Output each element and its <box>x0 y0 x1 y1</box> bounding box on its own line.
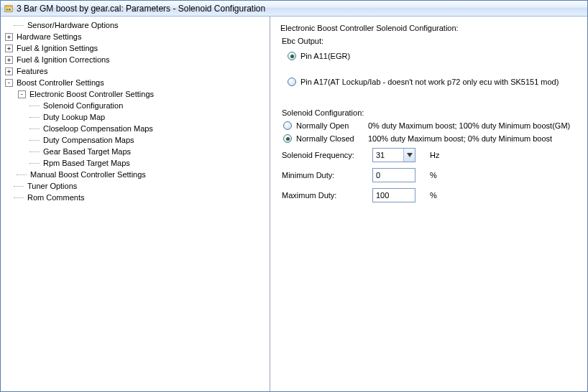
radio-ebc-pin-a17[interactable]: Pin A17(AT Lockup/Iab - doesn't not work… <box>288 75 577 88</box>
settings-tree[interactable]: Sensor/Hardware Options +Hardware Settin… <box>1 19 270 203</box>
tree-item-boost-controller-settings[interactable]: -Boost Controller Settings <box>5 77 270 88</box>
window-title: 3 Bar GM boost by gear.cal: Parameters -… <box>17 4 265 14</box>
radio-label: Pin A17(AT Lockup/Iab - doesn't not work… <box>300 78 559 86</box>
expand-icon[interactable]: + <box>5 67 13 75</box>
maximum-duty-input[interactable] <box>372 188 415 202</box>
svg-rect-1 <box>5 5 13 7</box>
solenoid-frequency-label: Solenoid Frequency: <box>282 151 367 159</box>
tree-item-tuner-options[interactable]: Tuner Options <box>5 180 270 192</box>
detail-pane: Electronic Boost Controller Solenoid Con… <box>270 17 587 391</box>
tree-item-features[interactable]: +Features <box>5 65 270 77</box>
expand-icon[interactable]: + <box>5 45 13 52</box>
tree-item-manual-boost-controller-settings[interactable]: Manual Boost Controller Settings <box>18 169 270 180</box>
radio-icon <box>283 134 292 143</box>
maximum-duty-label: Maximum Duty: <box>282 191 367 200</box>
tree-item-rom-comments[interactable]: Rom Comments <box>5 192 270 203</box>
minimum-duty-label: Minimum Duty: <box>282 171 367 179</box>
tree-item-electronic-boost-controller-settings[interactable]: -Electronic Boost Controller Settings <box>18 88 270 100</box>
tree-item-duty-compensation-maps[interactable]: Duty Compensation Maps <box>31 134 270 146</box>
chevron-down-icon <box>403 149 415 162</box>
collapse-icon[interactable]: - <box>5 79 13 87</box>
titlebar[interactable]: 3 Bar GM boost by gear.cal: Parameters -… <box>1 1 587 17</box>
radio-icon <box>288 78 296 86</box>
group-legend: Ebc Output: <box>282 37 577 45</box>
radio-label: Normally Closed <box>296 134 354 143</box>
normally-closed-description: 100% duty Maximum boost; 0% duty Minimum… <box>368 134 577 143</box>
tree-item-hardware-settings[interactable]: +Hardware Settings <box>5 31 270 42</box>
normally-open-description: 0% duty Maximum boost; 100% duty Minimum… <box>368 121 577 130</box>
radio-icon <box>288 52 296 60</box>
radio-label: Normally Open <box>296 121 349 130</box>
expand-icon[interactable]: + <box>5 56 13 64</box>
page-title: Electronic Boost Controller Solenoid Con… <box>280 24 577 32</box>
content-area: Sensor/Hardware Options +Hardware Settin… <box>1 17 587 391</box>
app-window: 3 Bar GM boost by gear.cal: Parameters -… <box>0 0 588 392</box>
svg-rect-3 <box>9 9 11 11</box>
svg-rect-2 <box>6 9 9 11</box>
radio-normally-open[interactable]: Normally Open <box>283 121 362 130</box>
unit-label: % <box>430 191 446 200</box>
tree-item-rpm-based-target-maps[interactable]: Rpm Based Target Maps <box>31 157 270 169</box>
group-legend: Solenoid Configuration: <box>282 108 577 117</box>
tree-item-closeloop-compensation-maps[interactable]: Closeloop Compensation Maps <box>31 123 270 134</box>
app-icon <box>4 4 14 14</box>
tree-pane[interactable]: Sensor/Hardware Options +Hardware Settin… <box>1 17 270 391</box>
group-ebc-output: Ebc Output: Pin A11(EGR) Pin A17(AT Lock… <box>280 37 577 88</box>
tree-item-sensor-hardware-options[interactable]: Sensor/Hardware Options <box>5 19 270 31</box>
group-solenoid-configuration: Solenoid Configuration: Normally Open 0%… <box>280 108 577 203</box>
unit-label: Hz <box>430 151 446 159</box>
combobox-value: 31 <box>376 151 385 159</box>
expand-icon[interactable]: + <box>5 33 13 41</box>
radio-label: Pin A11(EGR) <box>300 52 350 60</box>
radio-icon <box>283 121 292 130</box>
tree-item-fuel-ignition-settings[interactable]: +Fuel & Ignition Settings <box>5 42 270 54</box>
radio-ebc-pin-a11[interactable]: Pin A11(EGR) <box>288 50 577 62</box>
radio-normally-closed[interactable]: Normally Closed <box>283 134 362 143</box>
solenoid-frequency-select[interactable]: 31 <box>372 148 415 162</box>
unit-label: % <box>430 171 446 179</box>
minimum-duty-input[interactable] <box>372 168 415 182</box>
tree-item-duty-lookup-map[interactable]: Duty Lookup Map <box>31 111 270 123</box>
tree-item-solenoid-configuration[interactable]: Solenoid Configuration <box>31 100 270 111</box>
collapse-icon[interactable]: - <box>18 90 26 98</box>
tree-item-gear-based-target-maps[interactable]: Gear Based Target Maps <box>31 146 270 157</box>
tree-item-fuel-ignition-corrections[interactable]: +Fuel & Ignition Corrections <box>5 54 270 65</box>
